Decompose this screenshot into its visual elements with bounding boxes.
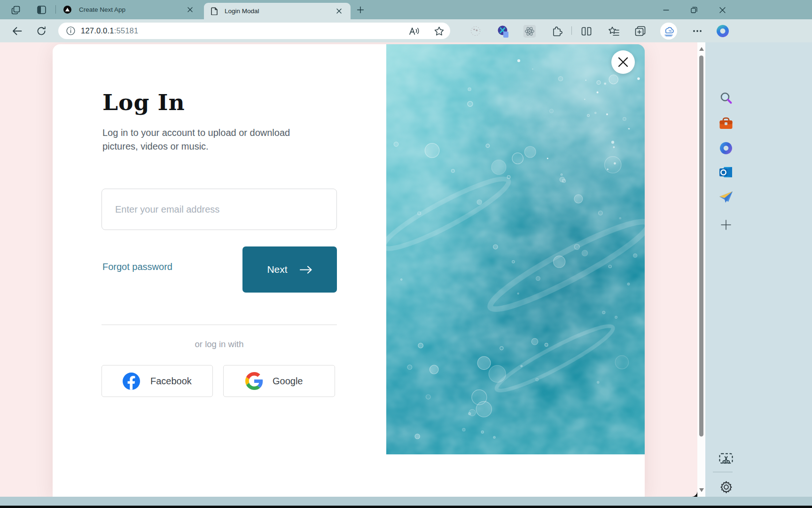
close-tab-icon[interactable] bbox=[186, 6, 194, 14]
site-info-icon[interactable] bbox=[65, 25, 76, 37]
react-devtools-icon[interactable] bbox=[523, 25, 536, 38]
google-logo-icon bbox=[245, 372, 263, 390]
m365-copilot-icon[interactable] bbox=[718, 140, 734, 156]
new-tab-icon[interactable] bbox=[355, 5, 366, 15]
edge-sidebar bbox=[705, 42, 812, 497]
close-tab-icon[interactable] bbox=[335, 7, 343, 16]
window-minimize-button[interactable] bbox=[659, 4, 673, 16]
next-button-label: Next bbox=[267, 264, 287, 275]
search-icon[interactable] bbox=[718, 90, 734, 106]
page-favicon bbox=[211, 7, 219, 15]
page-scrollbar[interactable] bbox=[697, 42, 705, 497]
google-label: Google bbox=[273, 376, 303, 387]
favorite-star-icon[interactable] bbox=[432, 25, 445, 37]
facebook-label: Facebook bbox=[150, 376, 192, 387]
tab-actions-icon[interactable] bbox=[36, 5, 47, 15]
tab-login-modal[interactable]: Login Modal bbox=[204, 3, 351, 19]
window-bottom-edge bbox=[0, 497, 812, 506]
facebook-logo-icon bbox=[123, 373, 140, 390]
facebook-login-button[interactable]: Facebook bbox=[102, 365, 213, 397]
tab-bar: Create Next App Login Modal bbox=[0, 0, 812, 19]
settings-menu-icon[interactable] bbox=[691, 25, 704, 37]
modal-title: Log In bbox=[102, 89, 185, 115]
paper-plane-icon[interactable] bbox=[718, 189, 734, 205]
next-button[interactable]: Next bbox=[242, 246, 337, 293]
url-text[interactable]: 127.0.0.1:55181 bbox=[81, 26, 138, 35]
dimmed-extension-icon[interactable] bbox=[469, 25, 482, 37]
window-restore-button[interactable] bbox=[687, 4, 701, 16]
tab-bar-divider bbox=[55, 5, 56, 14]
sidebar-divider bbox=[713, 472, 733, 472]
desktop-edge bbox=[0, 506, 812, 508]
workspaces-icon[interactable] bbox=[11, 5, 21, 15]
forgot-password-link[interactable]: Forgot password bbox=[102, 262, 172, 272]
copilot-icon[interactable] bbox=[715, 24, 730, 39]
extensions-puzzle-icon[interactable] bbox=[550, 25, 563, 37]
tab-title: Login Modal bbox=[225, 8, 259, 15]
page-viewport: Log In Log in to your account to upload … bbox=[0, 42, 697, 497]
back-icon[interactable] bbox=[10, 25, 23, 37]
social-divider-label: or log in with bbox=[102, 339, 337, 349]
window-close-button[interactable] bbox=[715, 4, 729, 16]
split-screen-icon[interactable] bbox=[580, 25, 593, 37]
address-bar[interactable]: 127.0.0.1:55181 bbox=[58, 23, 450, 39]
outlook-icon[interactable] bbox=[718, 165, 734, 181]
shopping-toolbox-icon[interactable] bbox=[718, 115, 734, 131]
toolbar-divider bbox=[571, 26, 572, 35]
login-modal: Log In Log in to your account to upload … bbox=[53, 44, 645, 497]
read-aloud-icon[interactable] bbox=[408, 25, 421, 37]
browser-window: Create Next App Login Modal bbox=[0, 0, 812, 508]
scroll-up-icon[interactable] bbox=[699, 47, 704, 51]
close-icon bbox=[618, 57, 628, 67]
collections-icon[interactable] bbox=[633, 25, 647, 37]
url-port: :55181 bbox=[114, 26, 139, 35]
sidebar-add-icon[interactable] bbox=[718, 217, 734, 233]
scroll-down-icon[interactable] bbox=[699, 488, 704, 492]
nextjs-favicon bbox=[63, 6, 71, 14]
screenshot-snip-icon[interactable] bbox=[718, 451, 734, 467]
scrollbar-thumb[interactable] bbox=[699, 56, 703, 437]
tab-title: Create Next App bbox=[79, 6, 125, 13]
favorites-list-icon[interactable] bbox=[607, 25, 620, 37]
tab-create-next-app[interactable]: Create Next App bbox=[57, 0, 200, 19]
browser-toolbar: 127.0.0.1:55181 bbox=[0, 19, 812, 42]
water-image bbox=[386, 44, 645, 454]
devtools-extension-icon[interactable] bbox=[497, 25, 510, 38]
email-input[interactable] bbox=[102, 189, 337, 230]
settings-gear-icon[interactable] bbox=[718, 479, 734, 495]
cloud-extension-icon[interactable] bbox=[660, 23, 677, 40]
modal-close-button[interactable] bbox=[611, 50, 635, 74]
refresh-icon[interactable] bbox=[35, 25, 48, 37]
modal-subtitle: Log in to your account to upload or down… bbox=[102, 126, 315, 153]
url-host: 127.0.0.1 bbox=[81, 26, 114, 35]
google-login-button[interactable]: Google bbox=[223, 365, 335, 397]
form-divider bbox=[102, 325, 337, 325]
arrow-right-icon bbox=[300, 266, 312, 274]
